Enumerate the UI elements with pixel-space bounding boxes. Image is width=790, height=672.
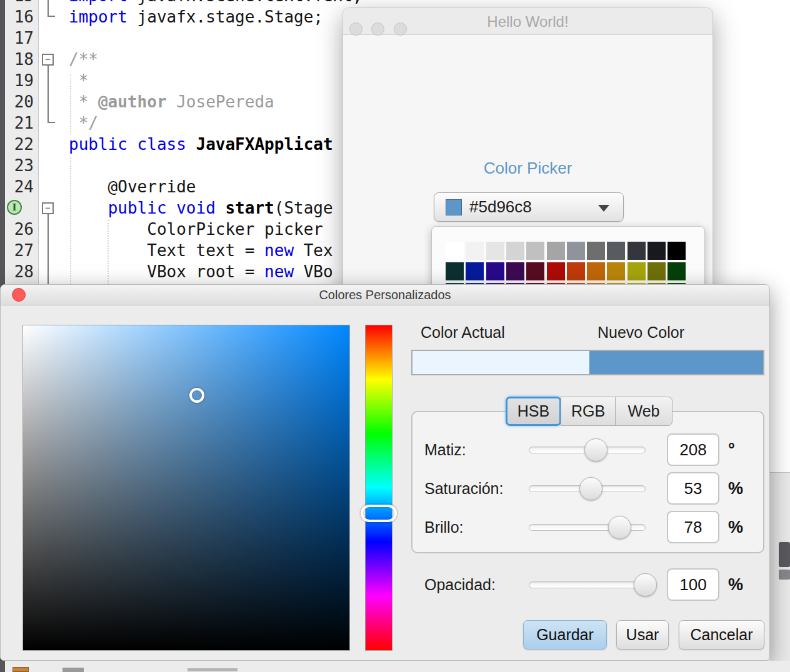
value-field[interactable]: 100 [667, 568, 719, 601]
current-color-label: Color Actual [421, 324, 505, 342]
slider-thumb[interactable] [579, 477, 602, 500]
scrollbar-thumb[interactable] [779, 542, 790, 567]
line-number: 17 [5, 27, 34, 49]
unit-label: % [728, 472, 743, 505]
dialog-titlebar[interactable]: Colores Personalizados [1, 285, 769, 305]
palette-swatch[interactable] [587, 262, 605, 280]
tab-web[interactable]: Web [615, 397, 672, 426]
slider-thumb[interactable] [584, 438, 608, 462]
palette-swatch[interactable] [567, 262, 585, 280]
value-field[interactable]: 53 [667, 472, 719, 505]
code-text: public void start(Stage [69, 197, 333, 219]
slider-row-saturación: Saturación:53% [411, 472, 764, 505]
palette-swatch[interactable] [446, 262, 464, 280]
window-title: Hello World! [343, 8, 712, 35]
slider-row-opacidad: Opacidad:100% [411, 568, 764, 601]
palette-swatch[interactable] [526, 242, 544, 260]
palette-swatch[interactable] [506, 262, 524, 280]
indent-guide [70, 157, 71, 284]
code-text: @Override [69, 176, 196, 197]
code-text: public class JavaFXApplicat [69, 134, 333, 155]
current-color-swatch [412, 351, 589, 374]
slider-track[interactable] [529, 447, 646, 453]
tab-rgb[interactable]: RGB [561, 397, 616, 426]
unit-label: ° [728, 433, 735, 466]
selected-color-value: #5d96c8 [469, 193, 532, 221]
override-icon[interactable]: I [7, 200, 22, 215]
line-number: 26 [5, 219, 34, 240]
slider-label: Saturación: [424, 472, 503, 505]
guardar-button[interactable]: Guardar [523, 620, 607, 650]
screenshot-root: 15import javafx.scene.text.Text;16import… [0, 0, 790, 672]
code-text: * @author JosePereda [69, 91, 274, 112]
line-number: 22 [5, 134, 34, 155]
slider-row-matiz: Matiz:208° [411, 433, 764, 466]
line-number: 21 [5, 112, 34, 134]
value-field[interactable]: 208 [667, 433, 719, 466]
palette-swatch[interactable] [607, 262, 625, 280]
line-number: 15 [5, 0, 34, 6]
color-picker-label: Color Picker [343, 159, 712, 178]
palette-swatch[interactable] [466, 262, 484, 280]
code-text: import javafx.stage.Stage; [69, 6, 323, 27]
palette-swatch[interactable] [607, 242, 625, 260]
palette-swatch[interactable] [628, 262, 646, 280]
unit-label: % [728, 511, 743, 543]
hue-slider[interactable] [365, 325, 392, 651]
palette-swatch[interactable] [628, 242, 646, 260]
line-number: 27 [5, 240, 34, 261]
editor-error-stripe [0, 661, 5, 672]
cancelar-button[interactable]: Cancelar [679, 620, 764, 650]
code-text: */ [69, 112, 98, 134]
tab-hsb[interactable]: HSB [506, 397, 561, 426]
line-number: 23 [5, 155, 34, 176]
code-line[interactable]: 15import javafx.scene.text.Text; [0, 0, 790, 6]
slider-track[interactable] [529, 485, 646, 492]
slider-thumb[interactable] [608, 516, 631, 539]
custom-colors-dialog: Colores Personalizados Color Actual Nuev… [0, 284, 770, 661]
palette-swatch[interactable] [446, 242, 464, 260]
hello-world-titlebar[interactable]: Hello World! [343, 8, 712, 35]
slider-label: Brillo: [424, 511, 464, 543]
code-text: import javafx.scene.text.Text; [69, 0, 362, 6]
new-color-swatch [589, 351, 763, 374]
palette-swatch[interactable] [648, 262, 666, 280]
fold-toggle-method[interactable]: − [42, 202, 54, 214]
palette-swatch[interactable] [547, 262, 565, 280]
color-picker-combobox[interactable]: #5d96c8 [434, 192, 624, 222]
palette-swatch[interactable] [567, 242, 585, 260]
dialog-title: Colores Personalizados [1, 285, 769, 305]
palette-swatch[interactable] [526, 262, 544, 280]
palette-swatch[interactable] [648, 242, 666, 260]
fold-toggle-comment[interactable]: − [42, 54, 54, 66]
slider-track[interactable] [529, 581, 646, 588]
palette-swatch[interactable] [506, 242, 524, 260]
unit-label: % [728, 568, 743, 601]
fold-line [48, 214, 49, 284]
scrollbar-thumb[interactable] [779, 570, 790, 580]
saturation-brightness-area[interactable] [22, 325, 350, 651]
palette-swatch[interactable] [547, 242, 565, 260]
value-field[interactable]: 78 [667, 511, 719, 543]
indent-guide [70, 75, 71, 134]
palette-swatch[interactable] [466, 242, 484, 260]
sv-picker-handle[interactable] [189, 388, 204, 403]
slider-track[interactable] [529, 524, 646, 531]
slider-label: Matiz: [424, 433, 466, 466]
usar-button[interactable]: Usar [616, 620, 669, 650]
palette-swatch[interactable] [668, 242, 686, 260]
line-number: 28 [5, 261, 34, 282]
line-number: 20 [5, 91, 34, 112]
palette-swatch[interactable] [587, 242, 605, 260]
slider-thumb[interactable] [634, 573, 657, 596]
slider-label: Opacidad: [424, 568, 496, 601]
code-text: * [69, 70, 88, 91]
hue-slider-handle[interactable] [361, 505, 397, 522]
fold-foot [48, 16, 55, 17]
palette-swatch[interactable] [486, 242, 504, 260]
fold-line [48, 0, 49, 17]
palette-swatch[interactable] [668, 262, 686, 280]
chevron-down-icon [598, 205, 609, 212]
new-color-label: Nuevo Color [598, 324, 684, 342]
palette-swatch[interactable] [486, 262, 504, 280]
